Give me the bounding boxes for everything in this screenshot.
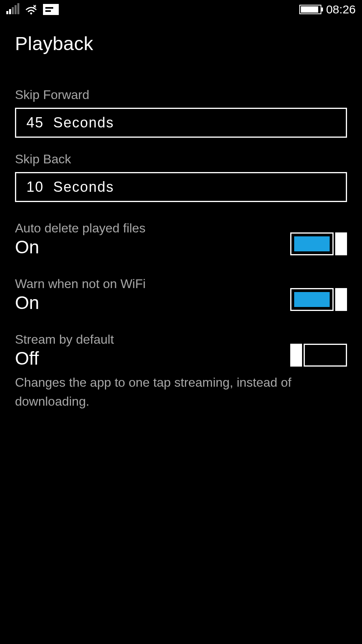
- battery-icon: [299, 5, 321, 14]
- auto-delete-toggle[interactable]: [290, 232, 347, 255]
- page-title: Playback: [0, 19, 362, 54]
- wifi-icon: [25, 4, 37, 15]
- settings-content: Skip Forward 45 Seconds Skip Back 10 Sec…: [0, 54, 362, 411]
- auto-delete-value: On: [15, 236, 146, 258]
- notification-icon: [43, 4, 59, 15]
- skip-forward-setting: Skip Forward 45 Seconds: [15, 88, 347, 138]
- auto-delete-text: Auto delete played files On: [15, 221, 146, 258]
- skip-back-select[interactable]: 10 Seconds: [15, 172, 347, 202]
- warn-wifi-label: Warn when not on WiFi: [15, 277, 146, 291]
- warn-wifi-text: Warn when not on WiFi On: [15, 277, 146, 313]
- svg-point-0: [30, 13, 32, 15]
- skip-forward-label: Skip Forward: [15, 88, 347, 102]
- stream-default-label: Stream by default: [15, 332, 114, 347]
- clock: 08:26: [326, 3, 356, 16]
- toggle-group: Auto delete played files On Warn when no…: [15, 221, 347, 411]
- auto-delete-label: Auto delete played files: [15, 221, 146, 236]
- stream-default-text: Stream by default Off: [15, 332, 114, 369]
- warn-wifi-value: On: [15, 292, 146, 313]
- skip-back-label: Skip Back: [15, 152, 347, 167]
- status-left: [6, 4, 59, 15]
- status-bar: 08:26: [0, 0, 362, 19]
- status-right: 08:26: [299, 3, 356, 16]
- cellular-signal-icon: [6, 5, 19, 14]
- warn-wifi-row: Warn when not on WiFi On: [15, 277, 347, 313]
- stream-default-toggle[interactable]: [290, 344, 347, 367]
- stream-default-value: Off: [15, 348, 114, 369]
- skip-back-setting: Skip Back 10 Seconds: [15, 152, 347, 202]
- auto-delete-row: Auto delete played files On: [15, 221, 347, 258]
- stream-default-row: Stream by default Off: [15, 332, 347, 369]
- skip-forward-select[interactable]: 45 Seconds: [15, 108, 347, 138]
- warn-wifi-toggle[interactable]: [290, 288, 347, 311]
- stream-default-description: Changes the app to one tap streaming, in…: [15, 373, 347, 411]
